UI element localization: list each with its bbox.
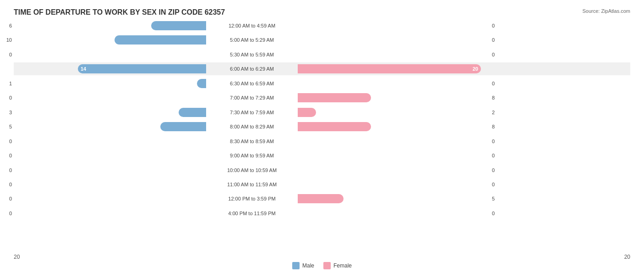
- right-section: 20: [298, 62, 490, 75]
- bar-value-male: 0: [9, 182, 12, 187]
- bar-value-male: 0: [9, 167, 12, 173]
- legend: Male Female: [14, 262, 630, 269]
- right-section: 0: [298, 164, 490, 177]
- bar-value-male-inside: 14: [81, 66, 86, 72]
- legend-male: Male: [292, 262, 314, 269]
- bottom-area: 20 20 Male Female: [14, 251, 630, 269]
- right-section: 5: [298, 192, 490, 205]
- bar-value-female: 0: [492, 81, 495, 86]
- bar-value-male: 0: [9, 139, 12, 144]
- axis-bottom: 20 20: [14, 254, 630, 260]
- bar-row: 10 5:00 AM to 5:29 AM 0: [14, 33, 630, 46]
- bar-row: 0 12:00 PM to 3:59 PM 5: [14, 192, 630, 205]
- axis-label-right: 20: [589, 254, 630, 260]
- left-section: 0: [14, 135, 206, 148]
- chart-container: TIME OF DEPARTURE TO WORK BY SEX IN ZIP …: [0, 0, 644, 273]
- bar-value-male: 0: [9, 153, 12, 158]
- left-section: 0: [14, 192, 206, 205]
- legend-male-label: Male: [302, 262, 314, 269]
- bar-row: 0 11:00 AM to 11:59 AM 0: [14, 178, 630, 191]
- bar-value-female: 0: [492, 52, 495, 57]
- bar-row: 0 9:00 AM to 9:59 AM 0: [14, 149, 630, 162]
- chart-area: 6 12:00 AM to 4:59 AM 0 10 5:00 AM to 5:…: [14, 19, 630, 234]
- time-label: 9:00 AM to 9:59 AM: [206, 153, 298, 158]
- right-section: 0: [298, 149, 490, 162]
- right-section: 0: [298, 178, 490, 191]
- bar-value-female: 8: [492, 95, 495, 100]
- bar-female: 20: [298, 64, 481, 73]
- legend-male-box: [292, 262, 300, 269]
- bar-row: 1 6:30 AM to 6:59 AM 0: [14, 77, 630, 90]
- legend-female: Female: [323, 262, 352, 269]
- left-section: 0: [14, 164, 206, 177]
- legend-female-label: Female: [333, 262, 352, 269]
- bar-value-male: 6: [9, 23, 12, 28]
- time-label: 6:30 AM to 6:59 AM: [206, 81, 298, 86]
- left-section: 1: [14, 77, 206, 90]
- bar-value-female: 0: [492, 23, 495, 28]
- time-label: 6:00 AM to 6:29 AM: [206, 66, 298, 72]
- rows-container: 6 12:00 AM to 4:59 AM 0 10 5:00 AM to 5:…: [14, 19, 630, 220]
- bar-value-female: 8: [492, 124, 495, 129]
- bar-value-male: 3: [9, 110, 12, 115]
- bar-value-female: 0: [492, 139, 495, 144]
- bar-male: [197, 79, 206, 88]
- bar-row: 0 5:30 AM to 5:59 AM 0: [14, 48, 630, 61]
- time-label: 7:30 AM to 7:59 AM: [206, 110, 298, 115]
- time-label: 5:00 AM to 5:29 AM: [206, 37, 298, 43]
- right-section: 0: [298, 33, 490, 46]
- bar-value-male: 5: [9, 124, 12, 129]
- bar-value-male: 0: [9, 196, 12, 201]
- bar-value-male: 10: [6, 37, 12, 43]
- bar-row: 14 6:00 AM to 6:29 AM 20: [14, 62, 630, 75]
- bar-male: [179, 108, 206, 117]
- time-label: 7:00 AM to 7:29 AM: [206, 95, 298, 100]
- bar-female: [298, 93, 371, 102]
- bar-value-female: 0: [492, 153, 495, 158]
- left-section: 14: [14, 62, 206, 75]
- right-section: 0: [298, 19, 490, 32]
- bar-value-female: 0: [492, 167, 495, 173]
- bar-row: 5 8:00 AM to 8:29 AM 8: [14, 120, 630, 133]
- bar-male: [160, 122, 206, 131]
- bar-value-male: 0: [9, 52, 12, 57]
- time-label: 12:00 AM to 4:59 AM: [206, 23, 298, 28]
- bar-value-female: 0: [492, 211, 495, 216]
- right-section: 8: [298, 120, 490, 133]
- bar-value-male: 0: [9, 211, 12, 216]
- bar-row: 6 12:00 AM to 4:59 AM 0: [14, 19, 630, 32]
- time-label: 10:00 AM to 10:59 AM: [206, 167, 298, 173]
- bar-value-male: 0: [9, 95, 12, 100]
- legend-female-box: [323, 262, 331, 269]
- time-label: 11:00 AM to 11:59 AM: [206, 182, 298, 187]
- source-text: Source: ZipAtlas.com: [582, 8, 630, 14]
- bar-value-male: 1: [9, 81, 12, 86]
- bar-female: [298, 122, 371, 131]
- left-section: 0: [14, 48, 206, 61]
- right-section: 2: [298, 106, 490, 119]
- left-section: 3: [14, 106, 206, 119]
- left-section: 0: [14, 91, 206, 104]
- bar-value-female: 2: [492, 110, 495, 115]
- bar-value-female-inside: 20: [473, 66, 478, 72]
- right-section: 8: [298, 91, 490, 104]
- right-section: 0: [298, 207, 490, 220]
- right-section: 0: [298, 48, 490, 61]
- left-section: 0: [14, 178, 206, 191]
- bar-value-female: 0: [492, 37, 495, 43]
- left-section: 0: [14, 149, 206, 162]
- left-section: 10: [14, 33, 206, 46]
- bar-female: [298, 108, 316, 117]
- left-section: 0: [14, 207, 206, 220]
- bar-row: 0 4:00 PM to 11:59 PM 0: [14, 207, 630, 220]
- time-label: 12:00 PM to 3:59 PM: [206, 196, 298, 201]
- bar-row: 3 7:30 AM to 7:59 AM 2: [14, 106, 630, 119]
- time-label: 4:00 PM to 11:59 PM: [206, 211, 298, 216]
- bar-value-female: 5: [492, 196, 495, 201]
- bar-male: [115, 35, 206, 45]
- left-section: 6: [14, 19, 206, 32]
- right-section: 0: [298, 77, 490, 90]
- bar-value-female: 0: [492, 182, 495, 187]
- bar-male: 14: [78, 64, 206, 73]
- time-label: 8:30 AM to 8:59 AM: [206, 139, 298, 144]
